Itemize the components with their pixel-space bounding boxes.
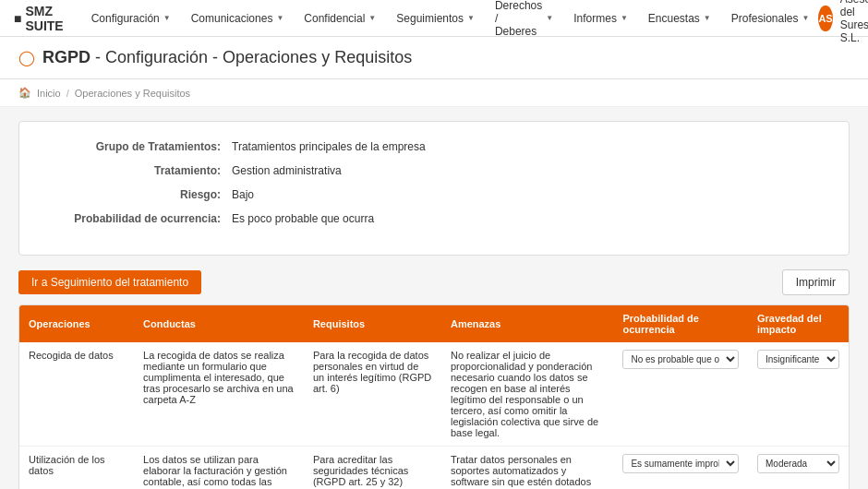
main-content: Grupo de Tratamientos: Tratamientos prin…	[0, 107, 868, 489]
probabilidad-value: Es poco probable que ocurra	[232, 212, 374, 225]
imprimir-button[interactable]: Imprimir	[782, 269, 850, 295]
cell-gravedad[interactable]: Insignificante	[748, 342, 849, 447]
table-header-row: Operaciones Conductas Requisitos Amenaza…	[19, 305, 849, 342]
cell-amenazas: No realizar el juicio de proporcionalida…	[441, 342, 613, 447]
page-title: RGPD - Configuración - Operaciones y Req…	[42, 48, 412, 67]
actions-row: Ir a Seguimiento del tratamiento Imprimi…	[18, 269, 850, 295]
chevron-down-icon: ▼	[368, 14, 376, 22]
info-card: Grupo de Tratamientos: Tratamientos prin…	[18, 121, 850, 256]
table-row: Utilización de los datosLos datos se uti…	[19, 447, 849, 490]
chevron-down-icon: ▼	[163, 14, 171, 22]
th-requisitos: Requisitos	[304, 305, 441, 342]
breadcrumb-home-label[interactable]: Inicio	[37, 88, 61, 99]
nav-profesionales[interactable]: Profesionales ▼	[722, 0, 819, 37]
cell-operaciones: Recogida de datos	[19, 342, 134, 447]
th-gravedad: Gravedad del impacto	[748, 305, 849, 342]
gravedad-select[interactable]: Insignificante	[757, 350, 839, 369]
cell-requisitos: Para la recogida de datos personales en …	[304, 342, 441, 447]
probabilidad-select[interactable]: No es probable que ocurra	[622, 350, 739, 369]
info-probabilidad: Probabilidad de ocurrencia: Es poco prob…	[47, 212, 821, 225]
company-name: Asesoría del Sureste S.L.	[840, 0, 868, 44]
cell-conductas: La recogida de datos se realiza mediante…	[134, 342, 304, 447]
seguimiento-button[interactable]: Ir a Seguimiento del tratamiento	[18, 270, 201, 294]
cell-probabilidad[interactable]: Es sumamente improbable que ocurra	[613, 447, 748, 490]
operations-table: Operaciones Conductas Requisitos Amenaza…	[18, 304, 850, 489]
chevron-down-icon: ▼	[546, 14, 553, 22]
nav-derechos[interactable]: Derechos / Deberes ▼	[486, 0, 562, 37]
company-avatar: AS	[818, 6, 832, 31]
breadcrumb-home[interactable]: 🏠	[18, 87, 31, 99]
riesgo-value: Bajo	[232, 188, 254, 201]
grupo-label: Grupo de Tratamientos:	[47, 140, 232, 153]
info-grupo: Grupo de Tratamientos: Tratamientos prin…	[47, 140, 821, 153]
nav-confidencial[interactable]: Confidencial ▼	[295, 0, 385, 37]
chevron-down-icon: ▼	[467, 14, 475, 22]
chevron-down-icon: ▼	[621, 14, 628, 22]
nav-comunicaciones[interactable]: Comunicaciones ▼	[182, 0, 294, 37]
table-row: Recogida de datosLa recogida de datos se…	[19, 342, 849, 447]
navbar-right: AS Asesoría del Sureste S.L. ▼	[818, 0, 868, 44]
brand-icon: ■	[14, 11, 21, 26]
info-tratamiento: Tratamiento: Gestion administrativa	[47, 164, 821, 177]
nav-menu: Configuración ▼ Comunicaciones ▼ Confide…	[82, 0, 819, 37]
navbar: ■ SMZ SUITE Configuración ▼ Comunicacion…	[0, 0, 868, 37]
cell-conductas: Los datos se utilizan para elaborar la f…	[134, 447, 304, 490]
th-amenazas: Amenazas	[441, 305, 613, 342]
cell-amenazas: Tratar datos personales en soportes auto…	[441, 447, 613, 490]
breadcrumb: 🏠 Inicio / Operaciones y Requisitos	[0, 79, 868, 107]
cell-operaciones: Utilización de los datos	[19, 447, 134, 490]
riesgo-label: Riesgo:	[47, 188, 232, 201]
th-operaciones: Operaciones	[19, 305, 134, 342]
nav-configuracion[interactable]: Configuración ▼	[82, 0, 180, 37]
cell-gravedad[interactable]: Moderada	[748, 447, 849, 490]
cell-requisitos: Para acreditar las seguridades técnicas …	[304, 447, 441, 490]
brand-name: SMZ SUITE	[25, 4, 63, 33]
probabilidad-label: Probabilidad de ocurrencia:	[47, 212, 232, 225]
tratamiento-value: Gestion administrativa	[232, 164, 342, 177]
rgpd-icon: ◯	[18, 49, 35, 66]
cell-probabilidad[interactable]: No es probable que ocurra	[613, 342, 748, 447]
th-conductas: Conductas	[134, 305, 304, 342]
nav-informes[interactable]: Informes ▼	[564, 0, 637, 37]
gravedad-select[interactable]: Moderada	[757, 454, 839, 473]
chevron-down-icon: ▼	[802, 14, 810, 22]
tratamiento-label: Tratamiento:	[47, 164, 232, 177]
probabilidad-select[interactable]: Es sumamente improbable que ocurra	[622, 454, 739, 473]
info-riesgo: Riesgo: Bajo	[47, 188, 821, 201]
chevron-down-icon: ▼	[276, 14, 283, 22]
page-header: ◯ RGPD - Configuración - Operaciones y R…	[0, 37, 868, 79]
brand: ■ SMZ SUITE	[14, 4, 64, 33]
breadcrumb-current: Operaciones y Requisitos	[75, 88, 190, 99]
nav-encuestas[interactable]: Encuestas ▼	[639, 0, 720, 37]
chevron-down-icon: ▼	[704, 14, 711, 22]
th-probabilidad: Probabilidad de ocurrencia	[613, 305, 748, 342]
nav-seguimientos[interactable]: Seguimientos ▼	[387, 0, 484, 37]
breadcrumb-separator: /	[66, 88, 69, 99]
grupo-value: Tratamientos principales de la empresa	[232, 140, 426, 153]
